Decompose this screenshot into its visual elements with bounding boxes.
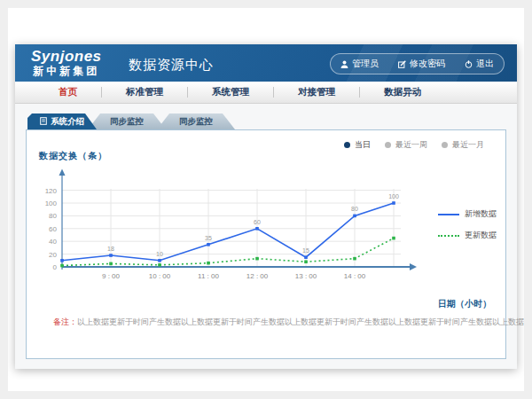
svg-text:14 : 00: 14 : 00 bbox=[344, 272, 366, 280]
change-password-button[interactable]: 修改密码 bbox=[388, 58, 455, 70]
legend-label: 新增数据 bbox=[465, 208, 497, 220]
svg-text:0: 0 bbox=[53, 263, 58, 271]
admin-user-label: 管理员 bbox=[352, 58, 379, 70]
svg-text:100: 100 bbox=[45, 200, 58, 207]
line-chart: 0204060801001209 : 0010 : 0011 : 0012 : … bbox=[30, 168, 447, 287]
svg-text:9 : 00: 9 : 00 bbox=[102, 272, 121, 280]
svg-text:12 : 00: 12 : 00 bbox=[246, 272, 269, 280]
tab-label: 同步监控 bbox=[110, 116, 144, 128]
svg-text:18: 18 bbox=[107, 246, 114, 252]
radio-dot-icon bbox=[442, 142, 448, 148]
nav-item-home[interactable]: 首页 bbox=[35, 86, 101, 98]
chart-legend: 新增数据 更新数据 bbox=[438, 208, 497, 241]
dotted-line-icon bbox=[438, 235, 459, 237]
logo-company-name: 新中新集团 bbox=[31, 65, 102, 77]
footnote: 备注：以上数据更新于时间产生数据以上数据更新于时间产生数据以上数据更新于时间产生… bbox=[53, 317, 532, 328]
radio-dot-icon bbox=[344, 142, 350, 148]
app-window: Synjones 新中新集团 数据资源中心 管理员 修改密码 退出 bbox=[15, 44, 517, 369]
filter-option-today[interactable]: 当日 bbox=[344, 139, 371, 151]
tab-label: 同步监控 bbox=[179, 116, 213, 128]
admin-user-button[interactable]: 管理员 bbox=[331, 58, 388, 70]
svg-text:40: 40 bbox=[49, 238, 57, 246]
nav-item-data-change[interactable]: 数据异动 bbox=[360, 86, 445, 98]
solid-line-icon bbox=[438, 214, 459, 215]
footnote-body: 以上数据更新于时间产生数据以上数据更新于时间产生数据以上数据更新于时间产生数据以… bbox=[77, 317, 532, 326]
svg-text:100: 100 bbox=[388, 193, 399, 200]
user-icon bbox=[340, 60, 348, 68]
logout-label: 退出 bbox=[476, 58, 494, 70]
nav-item-standard-management[interactable]: 标准管理 bbox=[102, 86, 187, 98]
main-nav: 首页 标准管理 系统管理 对接管理 数据异动 bbox=[15, 82, 517, 104]
edit-icon bbox=[398, 60, 406, 68]
nav-item-system-management[interactable]: 系统管理 bbox=[188, 86, 273, 98]
svg-text:11 : 00: 11 : 00 bbox=[198, 272, 219, 280]
svg-text:120: 120 bbox=[45, 187, 58, 195]
power-icon bbox=[465, 60, 473, 68]
filter-label: 最近一月 bbox=[452, 139, 484, 151]
svg-text:15: 15 bbox=[302, 247, 309, 254]
filter-label: 最近一周 bbox=[395, 139, 427, 151]
legend-item-updated-data: 更新数据 bbox=[438, 230, 497, 241]
filter-label: 当日 bbox=[355, 139, 371, 151]
svg-text:60: 60 bbox=[49, 225, 57, 233]
user-menu: 管理员 修改密码 退出 bbox=[330, 53, 505, 74]
company-logo: Synjones 新中新集团 bbox=[31, 49, 102, 77]
tabs-row: 系统介绍 同步监控 同步监控 bbox=[27, 113, 235, 129]
legend-item-new-data: 新增数据 bbox=[438, 208, 497, 220]
tab-label: 系统介绍 bbox=[51, 116, 84, 128]
content-area: 系统介绍 同步监控 同步监控 当日 最近一周 bbox=[15, 105, 517, 369]
nav-item-interface-management[interactable]: 对接管理 bbox=[274, 86, 359, 98]
radio-dot-icon bbox=[385, 142, 391, 148]
chart-panel: 当日 最近一周 最近一月 数据交换（条） 0204060801001209 : … bbox=[26, 129, 506, 359]
change-password-label: 修改密码 bbox=[410, 58, 445, 70]
filter-option-last-month[interactable]: 最近一月 bbox=[442, 139, 484, 151]
filter-option-last-week[interactable]: 最近一周 bbox=[385, 139, 427, 151]
tab-sync-monitor-1[interactable]: 同步监控 bbox=[88, 113, 166, 129]
svg-text:13 : 00: 13 : 00 bbox=[295, 272, 317, 280]
x-axis-title: 日期（小时） bbox=[438, 298, 491, 310]
svg-text:60: 60 bbox=[254, 219, 261, 225]
svg-text:35: 35 bbox=[205, 235, 212, 241]
document-icon bbox=[40, 117, 47, 127]
svg-text:80: 80 bbox=[49, 212, 57, 220]
logo-brand-text: Synjones bbox=[31, 49, 102, 65]
svg-text:10: 10 bbox=[156, 251, 163, 257]
app-header: Synjones 新中新集团 数据资源中心 管理员 修改密码 退出 bbox=[15, 44, 517, 82]
svg-text:20: 20 bbox=[49, 251, 57, 259]
y-axis-title: 数据交换（条） bbox=[39, 150, 107, 162]
svg-text:80: 80 bbox=[351, 206, 358, 212]
logout-button[interactable]: 退出 bbox=[455, 58, 504, 70]
time-range-filter: 当日 最近一周 最近一月 bbox=[344, 139, 484, 151]
svg-text:10 : 00: 10 : 00 bbox=[149, 272, 171, 280]
footnote-prefix: 备注： bbox=[53, 317, 77, 326]
tab-sync-monitor-2[interactable]: 同步监控 bbox=[157, 113, 235, 129]
tab-system-intro[interactable]: 系统介绍 bbox=[27, 113, 97, 129]
legend-label: 更新数据 bbox=[465, 230, 497, 241]
page-title: 数据资源中心 bbox=[129, 57, 214, 74]
